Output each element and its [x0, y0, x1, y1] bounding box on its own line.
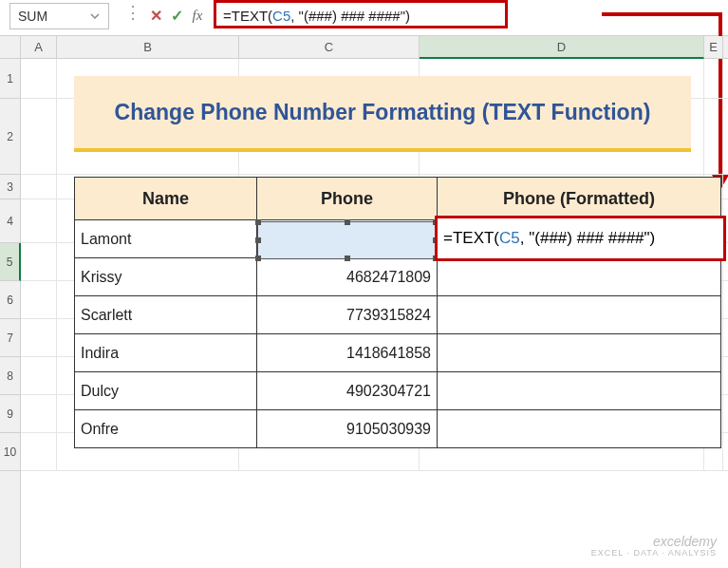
referenced-cell-c5[interactable] [257, 221, 437, 259]
column-header[interactable]: A [21, 36, 57, 58]
table-row: Indira 1418641858 [74, 334, 721, 372]
column-headers: A B C D E [21, 36, 728, 59]
cell[interactable] [437, 372, 721, 410]
row-header[interactable]: 7 [0, 319, 20, 357]
table-row: Krissy 4682471809 [74, 258, 721, 296]
table-header[interactable]: Phone (Formatted) [437, 177, 721, 220]
select-all-corner[interactable] [0, 36, 20, 59]
cell-formula-prefix: =TEXT( [443, 229, 499, 248]
column-header[interactable]: C [239, 36, 420, 58]
cell[interactable]: Indira [74, 334, 256, 372]
cell[interactable]: 4682471809 [256, 258, 437, 296]
cell[interactable] [437, 296, 721, 334]
cell[interactable]: Onfre [74, 410, 256, 448]
grid-body: A B C D E Change Phone Number Formatting… [21, 36, 728, 568]
worksheet-grid[interactable]: 1 2 3 4 5 6 7 8 9 10 A B C D E [0, 36, 728, 568]
separator-icon: ⋮ [121, 4, 145, 21]
editing-cell-d5[interactable]: =TEXT(C5, "(###) ### ####") [435, 216, 726, 261]
row-header[interactable]: 6 [0, 281, 20, 319]
cell[interactable]: 1418641858 [256, 334, 437, 372]
table-header[interactable]: Phone [256, 177, 437, 220]
table-row: Onfre 9105030939 [74, 410, 721, 448]
cell-formula-ref: C5 [499, 229, 520, 248]
chevron-down-icon[interactable] [89, 10, 101, 22]
table-row: Dulcy 4902304721 [74, 372, 721, 410]
cancel-icon: ✕ [150, 7, 162, 25]
row-header[interactable]: 5 [0, 243, 21, 281]
row-header[interactable]: 9 [0, 395, 20, 433]
cell[interactable] [437, 258, 721, 296]
cell[interactable]: Scarlett [74, 296, 256, 334]
formula-prefix: =TEXT( [223, 8, 272, 24]
column-header[interactable]: E [704, 36, 723, 58]
name-box-value: SUM [18, 9, 47, 24]
column-header[interactable]: D [420, 36, 704, 59]
row-headers: 1 2 3 4 5 6 7 8 9 10 [0, 36, 21, 568]
row-header[interactable]: 2 [0, 99, 20, 175]
row-header[interactable]: 10 [0, 433, 20, 471]
formula-cell-ref: C5 [272, 8, 290, 24]
column-header[interactable]: B [57, 36, 239, 58]
fx-icon: fx [193, 8, 203, 24]
formula-input[interactable]: =TEXT(C5, "(###) ### ####") [214, 8, 420, 24]
cell-formula-suffix: , "(###) ### ####") [520, 229, 656, 248]
row-header[interactable]: 3 [0, 175, 20, 199]
cell[interactable]: Dulcy [74, 372, 256, 410]
cell[interactable]: 9105030939 [256, 410, 437, 448]
cell[interactable] [437, 410, 721, 448]
table-row: Scarlett 7739315824 [74, 296, 721, 334]
row-header[interactable]: 8 [0, 357, 20, 395]
row-header[interactable]: 1 [0, 59, 20, 99]
cell[interactable]: 7739315824 [256, 296, 437, 334]
table-header[interactable]: Name [74, 177, 256, 220]
fx-button[interactable]: fx [187, 3, 208, 29]
cell[interactable] [437, 334, 721, 372]
watermark-main: exceldemy [653, 534, 717, 549]
row-header[interactable]: 4 [0, 199, 20, 243]
cell[interactable]: Krissy [74, 258, 256, 296]
formula-input-wrap: =TEXT(C5, "(###) ### ####") [214, 0, 722, 32]
check-icon: ✓ [171, 7, 183, 25]
name-box[interactable]: SUM [9, 3, 109, 29]
watermark-sub: EXCEL · DATA · ANALYSIS [591, 549, 717, 559]
watermark: exceldemy EXCEL · DATA · ANALYSIS [591, 535, 717, 559]
table-header-row: Name Phone Phone (Formatted) [74, 177, 721, 220]
cell[interactable]: Lamont [74, 220, 256, 258]
page-title: Change Phone Number Formatting (TEXT Fun… [74, 76, 691, 152]
cell[interactable]: 4902304721 [256, 372, 437, 410]
formula-bar: SUM ⋮ ✕ ✓ fx =TEXT(C5, "(###) ### ####") [0, 0, 728, 36]
cancel-button[interactable]: ✕ [145, 3, 166, 29]
formula-suffix: , "(###) ### ####") [290, 8, 410, 24]
confirm-button[interactable]: ✓ [166, 3, 187, 29]
